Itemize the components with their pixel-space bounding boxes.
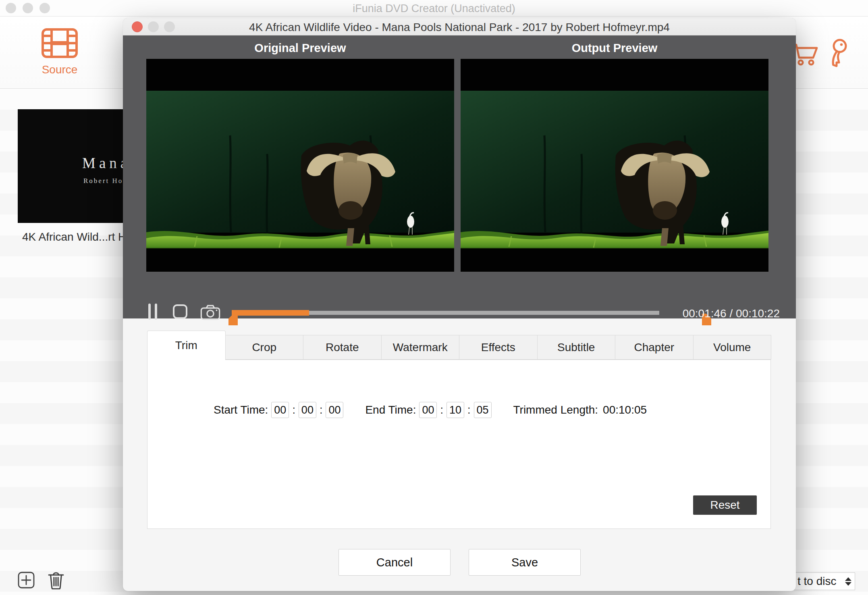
snapshot-button[interactable]	[200, 305, 220, 320]
original-preview-label: Original Preview	[146, 42, 454, 55]
tab-chapter[interactable]: Chapter	[615, 335, 694, 360]
dialog-zoom-button[interactable]	[164, 21, 175, 32]
start-hours-input[interactable]	[271, 402, 289, 418]
source-button-label: Source	[42, 63, 78, 76]
tab-subtitle[interactable]: Subtitle	[537, 335, 616, 360]
end-minutes-input[interactable]	[446, 402, 464, 418]
preview-section: Original Preview Output Preview	[123, 35, 796, 318]
app-title: iFunia DVD Creator (Unactivated)	[0, 2, 868, 15]
edit-tabs: Trim Crop Rotate Watermark Effects Subti…	[147, 331, 771, 360]
end-seconds-input[interactable]	[474, 402, 492, 418]
start-minutes-input[interactable]	[299, 402, 316, 418]
colon-separator: :	[320, 404, 323, 416]
trimmed-length-value: 00:10:05	[603, 404, 647, 416]
progress-track[interactable]	[232, 311, 659, 315]
edit-dialog: 4K African Wildlife Video - Mana Pools N…	[123, 18, 796, 591]
dialog-titlebar: 4K African Wildlife Video - Mana Pools N…	[123, 18, 796, 35]
film-strip-icon	[41, 27, 78, 59]
start-time-label: Start Time:	[214, 404, 268, 416]
camera-icon	[200, 305, 220, 320]
tab-trim[interactable]: Trim	[147, 331, 226, 360]
start-seconds-input[interactable]	[326, 402, 343, 418]
pause-icon	[147, 303, 159, 320]
output-preview-frame	[461, 59, 768, 272]
colon-separator: :	[467, 404, 471, 416]
time-display: 00:01:46 / 00:10:22	[663, 307, 780, 320]
tab-effects[interactable]: Effects	[459, 335, 538, 360]
dialog-close-button[interactable]	[132, 21, 143, 32]
colon-separator: :	[292, 404, 295, 416]
cancel-button[interactable]: Cancel	[338, 549, 451, 576]
delete-source-button[interactable]	[47, 571, 65, 589]
output-preview-label: Output Preview	[461, 42, 768, 55]
tab-crop[interactable]: Crop	[225, 335, 304, 360]
stop-button[interactable]	[172, 304, 188, 319]
tab-rotate[interactable]: Rotate	[303, 335, 382, 360]
tab-volume[interactable]: Volume	[693, 335, 772, 360]
pause-button[interactable]	[147, 303, 159, 320]
register-button[interactable]	[827, 37, 849, 70]
end-time-label: End Time:	[365, 404, 416, 416]
thumbnail-caption: 4K African Wild...rt H	[22, 231, 126, 243]
plus-icon	[18, 572, 35, 589]
burn-to-disc-dropdown[interactable]: t to disc	[786, 572, 855, 590]
app-titlebar: iFunia DVD Creator (Unactivated)	[0, 0, 868, 17]
dialog-title: 4K African Wildlife Video - Mana Pools N…	[183, 21, 735, 34]
reset-button[interactable]: Reset	[693, 495, 757, 515]
trimmed-length-label: Trimmed Length:	[513, 404, 598, 416]
save-button[interactable]: Save	[469, 549, 581, 576]
end-hours-input[interactable]	[419, 402, 437, 418]
trim-controls-row: Start Time: : : End Time: : : Trimmed Le…	[214, 400, 647, 420]
trim-start-handle[interactable]	[228, 314, 238, 325]
trim-panel: Start Time: : : End Time: : : Trimmed Le…	[147, 360, 771, 529]
dialog-minimize-button[interactable]	[148, 21, 159, 32]
progress-played	[232, 310, 309, 316]
tab-watermark[interactable]: Watermark	[381, 335, 460, 360]
add-source-button[interactable]	[18, 572, 35, 589]
trash-icon	[47, 571, 65, 589]
stop-icon	[172, 304, 188, 319]
key-icon	[827, 37, 849, 70]
dropdown-stepper-icon	[845, 577, 851, 586]
original-preview-frame	[146, 59, 454, 272]
source-button[interactable]: Source	[31, 27, 88, 79]
colon-separator: :	[440, 404, 443, 416]
